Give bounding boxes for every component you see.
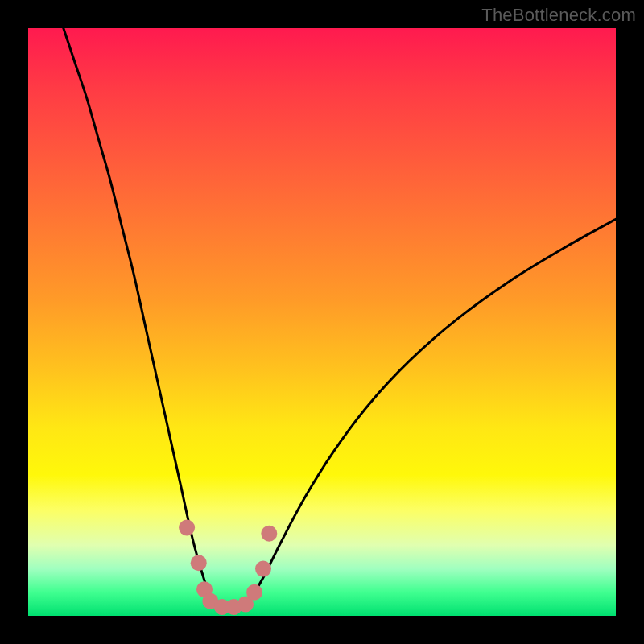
data-dots bbox=[179, 520, 277, 616]
watermark-text: TheBottleneck.com bbox=[481, 5, 636, 26]
curve-lines bbox=[64, 28, 616, 609]
plot-area bbox=[28, 28, 616, 616]
valley-dot bbox=[255, 561, 271, 577]
valley-dot bbox=[191, 555, 207, 571]
chart-frame: TheBottleneck.com bbox=[0, 0, 644, 644]
valley-dot bbox=[246, 584, 262, 601]
valley-dot bbox=[261, 526, 277, 542]
valley-dot bbox=[179, 520, 195, 536]
bottleneck-curve bbox=[64, 28, 616, 609]
chart-svg bbox=[28, 28, 616, 616]
